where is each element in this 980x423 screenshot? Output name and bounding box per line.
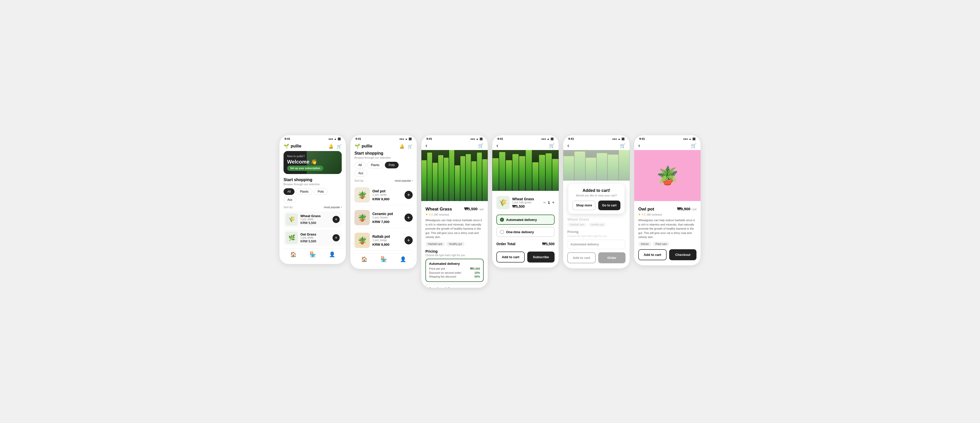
- delivery-option-auto-4[interactable]: Automated delivery: [496, 215, 555, 225]
- nav-home-2[interactable]: 🏠: [361, 256, 368, 262]
- list-item[interactable]: 🌿 Oat Grass 1 pot, white KRW 5,500 +: [283, 230, 342, 246]
- add-to-cart-button-4[interactable]: Add to cart: [496, 251, 525, 262]
- product-info-wheat-1: Wheat Grass 1 pot, white KRW 5,500: [301, 214, 330, 225]
- product-unit-6: / pot: [692, 208, 697, 211]
- delivery-option-onetime-4[interactable]: One-time delivery: [496, 227, 555, 237]
- review-count-3: (90 reviews): [434, 213, 449, 216]
- cart-icon-1[interactable]: 🛒: [337, 144, 342, 149]
- add-oat-button-1[interactable]: +: [332, 234, 340, 241]
- list-item[interactable]: 🪴 Rattab pot 1 pot, beige KRW 9,900 +: [355, 230, 413, 251]
- auto-delivery-card-3[interactable]: Automated delivery Price per pot ₩5,500 …: [425, 259, 484, 282]
- qty-decrease-4[interactable]: −: [543, 200, 546, 205]
- add-rattab-button[interactable]: +: [404, 236, 413, 245]
- back-icon-6[interactable]: ‹: [638, 142, 640, 149]
- pricing-subtitle-3: Choose the type that's right for you: [425, 254, 484, 257]
- owl-pot-emoji-6: 🪴: [656, 165, 679, 186]
- list-item[interactable]: 🪴 Ceramic pot 1 pot, brown KRW 7,000 +: [355, 207, 413, 228]
- phone-6-owl: 9:41 ●●●▲⬛ ‹ 🛒 🪴 Owl pot ₩9,900 / pot: [634, 135, 700, 266]
- add-wheat-button-1[interactable]: +: [332, 216, 340, 223]
- back-icon-3[interactable]: ‹: [425, 142, 427, 149]
- grass-blades-3: [422, 150, 488, 201]
- list-item[interactable]: 🌾 Wheat Grass 1 pot, white KRW 5,500 +: [283, 211, 342, 227]
- checkout-button-6[interactable]: Checkout: [669, 249, 697, 260]
- nav-home-1[interactable]: 🏠: [290, 251, 297, 258]
- nav-bar-6: ‹ 🛒: [634, 142, 700, 150]
- product-detail-header-3: Wheat Grass ₩5,500 / pot: [425, 207, 484, 212]
- filter-tab-all-2[interactable]: All: [355, 162, 366, 169]
- add-to-cart-button-6[interactable]: Add to cart: [638, 249, 667, 260]
- phone-4-order: 9:41 ●●●▲⬛ ‹ 🛒: [492, 135, 558, 268]
- go-to-cart-button-5[interactable]: Go to cart: [598, 200, 620, 210]
- sort-label-2: Sort by:: [355, 179, 364, 182]
- sort-label-1: Sort by:: [283, 206, 293, 209]
- filter-tab-plants-1[interactable]: Plants: [296, 188, 312, 195]
- filter-tab-pots-1[interactable]: Pots: [314, 188, 328, 195]
- shop-desc-ceramic: 1 pot, brown: [372, 216, 402, 219]
- status-icons-2: ●●●▲⬛: [399, 138, 412, 140]
- nav-shop-1[interactable]: 🏪: [310, 251, 316, 258]
- welcome-banner: New to pullie? Welcome 👋 Set up your sub…: [283, 151, 342, 174]
- phone-2-shop: 9:41 ●●●▲⬛ 🌱 pullie 🔔 🛒 Start shopping B…: [350, 135, 417, 269]
- cart-icon-4[interactable]: 🛒: [549, 143, 555, 148]
- star-icon-3: ★: [425, 213, 428, 216]
- product-hero-4: [492, 150, 558, 191]
- subscribe-button-4[interactable]: Subscribe: [527, 251, 555, 262]
- nav-profile-2[interactable]: 👤: [400, 256, 406, 262]
- filter-tabs-1: All Plants Pots Acc: [283, 188, 342, 203]
- nav-shop-2[interactable]: 🏪: [380, 256, 387, 262]
- modal-title-5: Added to cart!: [573, 188, 620, 193]
- add-ceramic-button[interactable]: +: [404, 213, 413, 222]
- auto-price-value-3: ₩5,500: [470, 267, 480, 270]
- bell-icon-1[interactable]: 🔔: [328, 144, 334, 149]
- cart-icon-6[interactable]: 🛒: [691, 143, 697, 148]
- product-name-oat-1: Oat Grass: [301, 232, 330, 236]
- sort-value-2[interactable]: most popular ›: [395, 179, 413, 182]
- header-row-1: 🌱 pullie 🔔 🛒: [283, 142, 342, 151]
- product-price-3: ₩5,500: [464, 207, 478, 211]
- product-name-wheat-1: Wheat Grass: [301, 214, 330, 218]
- rating-value-3: 4.5: [429, 213, 433, 216]
- list-item[interactable]: 🪴 Owl pot 1 pot, white KRW 9,900 +: [355, 185, 413, 205]
- add-owl-button[interactable]: +: [404, 191, 413, 199]
- action-row-4: Add to cart Subscribe: [496, 251, 555, 262]
- filter-tab-acc-2[interactable]: Acc: [355, 170, 367, 177]
- modal-actions-5: Shop more Go to cart: [573, 200, 620, 210]
- product-desc-6: Wheatgrass can help reduce hairballs sin…: [638, 218, 697, 239]
- discount-row-3: Discount on second order: 10%: [429, 271, 480, 274]
- shop-desc-owl: 1 pot, white: [372, 193, 402, 196]
- cart-icon-5[interactable]: 🛒: [620, 143, 625, 148]
- tag-row-6: Interior Plant care: [638, 242, 697, 246]
- header-actions-1: 🔔 🛒: [328, 144, 342, 149]
- tag-plant-care-6: Plant care: [653, 242, 670, 246]
- bell-icon-2[interactable]: 🔔: [399, 144, 404, 149]
- order-total-value-4: ₩5,500: [542, 242, 555, 246]
- filter-tabs-2: All Plants Pots Acc: [355, 162, 413, 177]
- filter-tab-pots-2[interactable]: Pots: [385, 162, 399, 169]
- shop-thumb-owl: 🪴: [355, 187, 370, 203]
- nav-profile-1[interactable]: 👤: [329, 251, 335, 258]
- sort-row-1: Sort by: most popular ›: [283, 206, 342, 209]
- shop-thumb-ceramic: 🪴: [355, 210, 370, 225]
- filter-tab-plants-2[interactable]: Plants: [367, 162, 383, 169]
- one-time-card-3[interactable]: One-time delivery Price per pot: ₩8,000: [425, 284, 484, 288]
- cart-icon-2[interactable]: 🛒: [407, 144, 413, 149]
- product-hero-3: [422, 150, 488, 201]
- filter-tab-all-1[interactable]: All: [283, 188, 294, 195]
- qty-increase-4[interactable]: +: [552, 200, 555, 205]
- filter-tab-acc-1[interactable]: Acc: [283, 196, 296, 203]
- status-time-1: 9:41: [285, 137, 290, 140]
- back-icon-5[interactable]: ‹: [567, 142, 569, 149]
- qty-value-4: 1: [548, 200, 550, 205]
- cart-icon-3[interactable]: 🛒: [478, 143, 484, 148]
- brand-logo-1: 🌱 pullie: [283, 143, 301, 149]
- shipping-label-3: Shipping fee discount:: [429, 275, 457, 278]
- back-icon-4[interactable]: ‹: [496, 142, 498, 149]
- sort-value-1[interactable]: most popular ›: [324, 206, 342, 209]
- brand-logo-2: 🌱 pullie: [355, 143, 372, 149]
- product-price-6: ₩9,900: [677, 207, 690, 211]
- shop-info-rattab: Rattab pot 1 pot, beige KRW 9,900: [372, 234, 402, 246]
- welcome-cta-button[interactable]: Set up your subscription: [287, 165, 323, 171]
- bottom-nav-1: 🏠 🏪 👤: [283, 248, 342, 259]
- shop-more-button-5[interactable]: Shop more: [573, 200, 596, 210]
- shop-list-2: 🪴 Owl pot 1 pot, white KRW 9,900 + 🪴 Cer…: [355, 185, 413, 251]
